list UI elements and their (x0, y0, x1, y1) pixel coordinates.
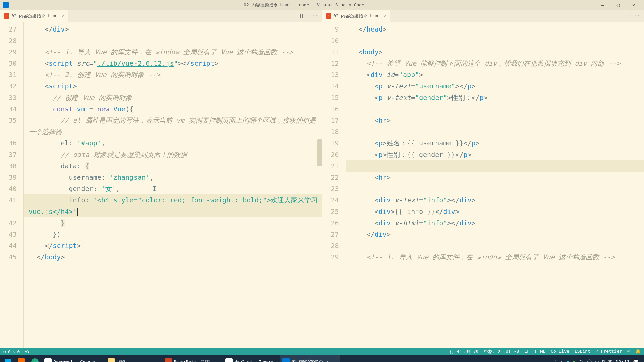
warning-icon: ⚠ (13, 349, 15, 354)
statusbar: ⊘0 ⚠0 ⟲ 行 41，列 79 空格: 2 UTF-8 LF HTML Go… (0, 348, 644, 355)
tray-volume-icon[interactable]: 🔊 (586, 359, 592, 362)
prettier-status[interactable]: ✓ Prettier (596, 349, 622, 355)
indent-status[interactable]: 空格: 2 (484, 349, 500, 355)
tab-left-file[interactable]: 5 02.内容渲染指令.html × (0, 10, 68, 22)
tray-chevron-icon[interactable]: ˄ (554, 359, 557, 362)
taskbar-item[interactable]: Document - Google... (42, 355, 105, 362)
left-tabbar: 5 02.内容渲染指令.html × ⫿⫿ ··· (0, 10, 322, 22)
taskbar-item[interactable]: day2.md - Typora (223, 355, 280, 362)
ime-indicator[interactable]: 中 拼 英 (595, 359, 612, 362)
more-actions-icon[interactable]: ··· (308, 13, 318, 19)
problems-indicator[interactable]: ⊘0 ⚠0 (3, 349, 20, 354)
close-tab-icon[interactable]: × (383, 13, 386, 19)
taskbar-item[interactable]: PowerPoint 幻灯片... (162, 355, 223, 362)
minimize-button[interactable]: — (595, 0, 610, 10)
line-gutter: 27282930313233343536373839404142434445 (0, 22, 23, 348)
system-tray[interactable]: ˄ ☀ ● ● ⬡ 🔊 中 拼 英 10:11 💬 (554, 359, 643, 362)
html-file-icon: 5 (4, 13, 9, 19)
tab-label: 02.内容渲染指令.html (333, 13, 381, 19)
cursor-position[interactable]: 行 41，列 79 (450, 349, 479, 355)
notification-center-icon[interactable]: 💬 (633, 359, 639, 362)
maximize-button[interactable]: ▢ (610, 0, 626, 10)
more-actions-icon[interactable]: ··· (630, 13, 640, 19)
error-icon: ⊘ (3, 349, 6, 354)
encoding-status[interactable]: UTF-8 (506, 349, 519, 355)
right-tabbar: 5 02.内容渲染指令.html × ··· (322, 10, 644, 22)
eol-status[interactable]: LF (524, 349, 530, 355)
tray-weather-icon[interactable]: ☀ (560, 359, 563, 362)
feedback-icon[interactable]: ☺ (627, 349, 630, 355)
split-editor-icon[interactable]: ⫿⫿ (299, 13, 304, 19)
windows-taskbar: Document - Google...视频PowerPoint 幻灯片...d… (0, 355, 644, 362)
eslint-status[interactable]: ESLint (575, 349, 590, 355)
notifications-icon[interactable]: 🔔 (635, 349, 641, 355)
taskbar-item[interactable]: 视频 (105, 355, 162, 362)
tray-icon[interactable]: ● (567, 359, 569, 362)
tab-right-file[interactable]: 5 02.内容渲染指令.html × (322, 10, 390, 22)
close-window-button[interactable]: ✕ (626, 0, 641, 10)
close-tab-icon[interactable]: × (61, 13, 64, 19)
taskbar-app[interactable] (28, 355, 42, 362)
line-gutter: 9101112131415161718192021222324252627282… (322, 22, 346, 348)
start-button[interactable] (1, 355, 15, 362)
ports-icon[interactable]: ⟲ (25, 349, 29, 354)
taskbar-app[interactable] (15, 355, 28, 362)
vscode-logo-icon (3, 2, 9, 8)
code-lines[interactable]: </head> <body> <!-- 希望 Vue 能够控制下面的这个 div… (346, 22, 644, 348)
tab-label: 02.内容渲染指令.html (11, 13, 59, 19)
editor-split: 27282930313233343536373839404142434445 <… (0, 22, 644, 348)
scrollbar-thumb[interactable] (317, 139, 322, 166)
window-title: 02.内容渲染指令.html - code - Visual Studio Co… (13, 2, 595, 8)
clock[interactable]: 10:11 (615, 359, 630, 362)
language-mode[interactable]: HTML (535, 349, 545, 355)
window-controls: — ▢ ✕ (595, 0, 641, 10)
go-live-button[interactable]: Go Live (551, 349, 569, 355)
left-editor-pane[interactable]: 27282930313233343536373839404142434445 <… (0, 22, 322, 348)
right-editor-pane[interactable]: 9101112131415161718192021222324252627282… (322, 22, 644, 348)
html-file-icon: 5 (326, 13, 331, 19)
tray-icon[interactable]: ⬡ (579, 359, 583, 362)
tray-icon[interactable]: ● (573, 359, 575, 362)
code-lines[interactable]: </div> <!-- 1. 导入 Vue 的库文件，在 window 全局就有… (23, 22, 322, 348)
taskbar-item[interactable]: 02.内容渲染指令.ht... (280, 355, 340, 362)
titlebar: 02.内容渲染指令.html - code - Visual Studio Co… (0, 0, 644, 10)
